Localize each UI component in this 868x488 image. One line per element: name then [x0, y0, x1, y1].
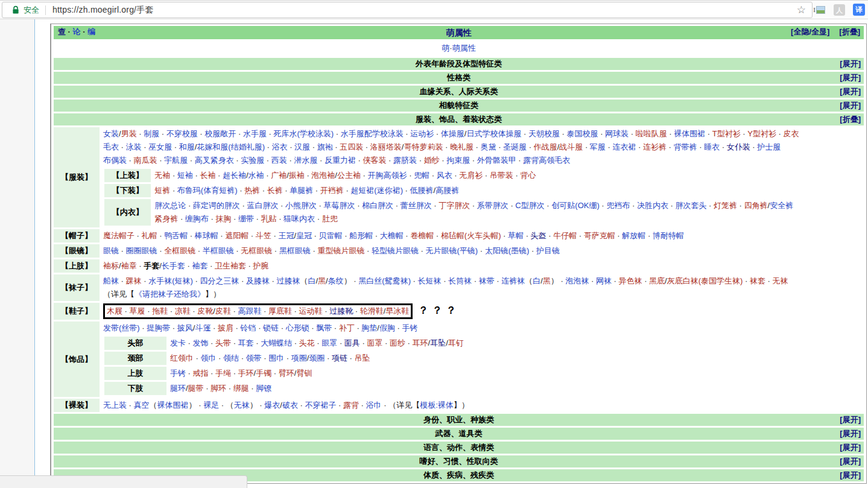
nav-link[interactable]: C型胖次 [515, 201, 544, 210]
nav-link[interactable]: 草履 [130, 306, 145, 315]
nav-link[interactable]: 头花 [299, 338, 315, 347]
nav-link[interactable]: 鸭舌帽 [164, 231, 188, 240]
nav-link[interactable]: 大檐帽 [380, 231, 404, 240]
section-toggle[interactable]: [折叠] [840, 113, 861, 125]
nav-link[interactable]: 面罩 [367, 338, 382, 347]
nav-link[interactable]: 臂环 [279, 369, 294, 378]
nav-link[interactable]: 背心 [520, 171, 536, 180]
section-toggle[interactable]: [展开] [840, 428, 861, 440]
nav-link[interactable]: 萌 [442, 43, 449, 52]
nav-link[interactable]: 裸足 [203, 401, 219, 410]
nav-link[interactable]: 卫生袖套 [215, 261, 246, 270]
nav-link[interactable]: 拖鞋 [152, 306, 168, 315]
nav-link[interactable]: 晚礼服 [450, 142, 474, 151]
section-toggle[interactable]: [展开] [840, 414, 861, 426]
nav-link[interactable]: 轮滑鞋 [360, 306, 384, 315]
nav-link[interactable]: 礼帽 [142, 231, 157, 240]
translate-extension-icon[interactable]: 译 [853, 4, 865, 16]
nav-link[interactable]: 凉鞋 [175, 306, 191, 315]
nav-link[interactable]: 泳装 [126, 142, 142, 151]
nav-link[interactable]: 博耐特帽 [653, 231, 684, 240]
nav-link[interactable]: 男装 [121, 129, 137, 138]
nav-link[interactable]: 长短袜 [418, 276, 442, 285]
nav-link[interactable]: 头盔 [531, 231, 546, 240]
nav-link[interactable]: 袖标 [103, 261, 119, 270]
nav-link[interactable]: 黑底 [649, 276, 665, 285]
nav-link[interactable]: 缠胸布 [185, 214, 209, 223]
nav-link[interactable]: 睡衣 [704, 142, 720, 151]
nav-link[interactable]: 面纱 [390, 338, 405, 347]
nav-link[interactable]: 肚兜 [322, 214, 338, 223]
nav-link[interactable]: 女仆装 [727, 142, 750, 151]
nav-link[interactable]: 查 [58, 27, 66, 36]
nav-link[interactable]: 无上装 [103, 401, 127, 410]
nav-link[interactable]: 破衣 [282, 401, 298, 410]
nav-link[interactable]: 毛衣 [103, 142, 119, 151]
nav-link[interactable]: 斗篷 [195, 323, 211, 332]
nav-link[interactable]: 丁字胖次 [439, 201, 470, 210]
nav-link[interactable]: 侠客装 [363, 156, 387, 165]
nav-link[interactable]: 婚纱 [424, 156, 440, 165]
nav-link[interactable]: 真空 [134, 401, 150, 410]
nav-link[interactable]: 手环 [238, 369, 254, 378]
nav-link[interactable]: 及膝袜 [246, 276, 270, 285]
nav-link[interactable]: 领带 [246, 353, 262, 363]
nav-link[interactable]: 棒球帽 [195, 231, 218, 240]
nav-link[interactable]: 振袖 [289, 171, 305, 180]
nav-link[interactable]: 灯笼裤 [714, 201, 737, 210]
nav-link[interactable]: 蓝白胖次 [247, 201, 278, 210]
nav-link[interactable]: 假胸 [379, 323, 395, 332]
nav-link[interactable]: 安全裤 [770, 201, 793, 210]
nav-link[interactable]: 吊坠 [354, 353, 370, 363]
nav-link[interactable]: 抹胸 [215, 214, 231, 223]
nav-link[interactable]: 女装 [103, 129, 119, 138]
nav-link[interactable]: 编 [87, 27, 95, 36]
nav-link[interactable]: 运动鞋 [299, 306, 323, 315]
nav-link[interactable]: 遮阳帽 [225, 231, 249, 240]
nav-link[interactable]: 论 [73, 27, 81, 36]
nav-link[interactable]: 高叉紧身衣 [195, 156, 234, 165]
nav-link[interactable]: 宇航服 [164, 156, 188, 165]
nav-link[interactable]: 公主袖 [337, 171, 361, 180]
nav-link[interactable]: 太阳镜(墨镜) [485, 246, 530, 255]
nav-link[interactable]: 黑白丝(鸳鸯袜) [358, 276, 411, 285]
section-toggle[interactable]: [展开] [840, 100, 861, 112]
nav-link[interactable]: 网球装 [605, 129, 629, 138]
url-text[interactable]: https://zh.moegirl.org/手套 [52, 5, 154, 16]
nav-link[interactable]: 无肩衫 [459, 171, 483, 180]
nav-link[interactable]: 飘带 [316, 323, 332, 332]
nav-link[interactable]: 绷带 [238, 214, 254, 223]
nav-link[interactable]: 耳钉 [448, 338, 464, 347]
nav-link[interactable]: 长筒袜 [448, 276, 472, 285]
nav-link[interactable]: 眼镜 [103, 246, 119, 255]
nav-link[interactable]: 作战服 [534, 142, 557, 151]
nav-link[interactable]: 猫咪内衣 [284, 214, 315, 223]
nav-link[interactable]: 短袖 [177, 171, 193, 180]
section-toggle[interactable]: [展开] [840, 58, 861, 70]
nav-link[interactable]: 长裤 [267, 186, 283, 195]
nav-link[interactable]: 乳贴 [261, 214, 277, 223]
nav-link[interactable]: 水手服配学校泳装 [341, 129, 404, 138]
nav-link[interactable]: 无框眼镜 [241, 246, 272, 255]
nav-link[interactable]: 布鲁玛(体育短裤) [177, 186, 238, 195]
nav-link[interactable]: 皮靴 [197, 306, 213, 315]
nav-link[interactable]: 旗袍 [317, 142, 333, 151]
nav-link[interactable]: 半框眼镜 [203, 246, 234, 255]
nav-link[interactable]: 低腰裤 [410, 186, 434, 195]
nav-link[interactable]: 灰底白袜(泰国学生袜) [667, 276, 743, 285]
nav-link[interactable]: 绑腿 [233, 384, 249, 393]
nav-link[interactable]: 露背 [343, 401, 359, 410]
nav-link[interactable]: 水袖 [249, 171, 264, 180]
nav-link[interactable]: 露背高领毛衣 [523, 156, 570, 165]
nav-link[interactable]: 圈圈眼镜 [126, 246, 157, 255]
nav-link[interactable]: 王冠 [278, 231, 294, 240]
nav-link[interactable]: 异色袜 [619, 276, 642, 285]
nav-link[interactable]: 长袖 [200, 171, 215, 180]
nav-link[interactable]: 实验服 [241, 156, 264, 165]
section-toggle[interactable]: [展开] [840, 469, 861, 481]
nav-link[interactable]: 黑 [543, 276, 551, 285]
nav-link[interactable]: 《请把袜子还给我》 [135, 290, 205, 299]
nav-link[interactable]: 模板:裸体 [420, 401, 454, 410]
nav-link[interactable]: 耳环 [413, 338, 428, 347]
nav-link[interactable]: 魔法帽子 [103, 231, 135, 240]
